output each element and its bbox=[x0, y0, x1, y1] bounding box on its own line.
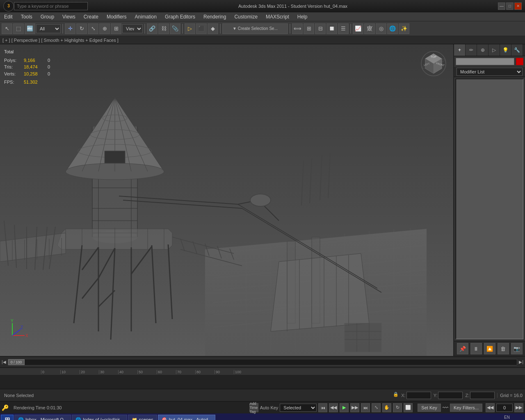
menu-maxscript[interactable]: MAXScript bbox=[262, 12, 293, 21]
select-place[interactable]: ⊕ bbox=[99, 23, 110, 34]
schematic-view[interactable]: 🕸 bbox=[364, 23, 375, 34]
goto-start-btn[interactable]: ⏮ bbox=[318, 403, 327, 412]
link-tool[interactable]: 🔗 bbox=[147, 23, 158, 34]
viewcube[interactable]: TOP FRONT LEFT bbox=[420, 50, 447, 77]
next-frame-btn[interactable]: ▶▶ bbox=[350, 403, 359, 412]
z-coord-input[interactable] bbox=[470, 392, 495, 399]
close-button[interactable]: ✕ bbox=[514, 2, 522, 10]
go-to-end[interactable]: ▶| bbox=[519, 360, 523, 364]
play-btn[interactable]: ▶ bbox=[340, 403, 349, 412]
prev-frame-btn[interactable]: ◀◀ bbox=[329, 403, 338, 412]
menu-views[interactable]: Views bbox=[58, 12, 80, 21]
menu-customize[interactable]: Customize bbox=[230, 12, 262, 21]
menu-tools[interactable]: Tools bbox=[17, 12, 37, 21]
key-filters-button[interactable]: Key Filters... bbox=[450, 404, 482, 412]
frame-range-label: 0 / 100 bbox=[11, 360, 22, 364]
taskbar-item-1[interactable]: 🌐 Index of /~cr/sd/sir... bbox=[72, 415, 127, 420]
unlink-tool[interactable]: ⛓ bbox=[158, 23, 169, 34]
modify-panel-tab[interactable]: ✏ bbox=[466, 44, 477, 56]
create-panel-tab[interactable]: + bbox=[454, 44, 466, 56]
pin-stack-button[interactable]: 📌 bbox=[457, 343, 468, 354]
ruler-mark-10: 10 bbox=[60, 370, 80, 374]
taskbar-item-0[interactable]: 🌐 Inbox - Microsoft O... bbox=[14, 415, 71, 420]
lock-anim-icon[interactable]: 🔑 bbox=[2, 404, 9, 411]
selection-set-dropdown[interactable]: ▼ Create Selection Se... bbox=[222, 23, 288, 34]
taskbar-ie-icon: 🌐 bbox=[18, 417, 24, 420]
anim-slider[interactable]: 0 / 100 bbox=[8, 359, 25, 365]
select-tool[interactable]: ↖ bbox=[2, 23, 12, 34]
y-coord-input[interactable] bbox=[438, 392, 463, 399]
auto-key-dropdown[interactable]: Selected bbox=[280, 404, 317, 412]
make-unique-button[interactable]: 🔼 bbox=[484, 343, 495, 354]
set-key-button[interactable]: Set Key bbox=[418, 404, 441, 412]
menu-modifiers[interactable]: Modifiers bbox=[103, 12, 131, 21]
frame-number-input[interactable]: 0 bbox=[496, 404, 513, 412]
display-panel-tab[interactable]: 💡 bbox=[500, 44, 511, 56]
menu-group[interactable]: Group bbox=[37, 12, 58, 21]
utilities-panel-tab[interactable]: 🔧 bbox=[511, 44, 523, 56]
animation-track[interactable]: 0 / 100 bbox=[8, 359, 518, 365]
taskbar-item-2[interactable]: 📁 scenes bbox=[128, 415, 157, 420]
menu-graph-editors[interactable]: Graph Editors bbox=[161, 12, 199, 21]
verts-label: Verts: bbox=[4, 71, 21, 78]
menu-edit[interactable]: Edit bbox=[0, 12, 17, 21]
zoom-btn[interactable]: ⤡ bbox=[372, 403, 381, 412]
select-region[interactable]: ⬚ bbox=[13, 23, 24, 34]
render-scene[interactable]: ▷ bbox=[185, 23, 195, 34]
lock-icon[interactable]: 🔒 bbox=[393, 392, 399, 399]
ruler-mark-100: 100 bbox=[234, 370, 253, 374]
goto-end-btn[interactable]: ⏭ bbox=[361, 403, 370, 412]
menu-create[interactable]: Create bbox=[80, 12, 103, 21]
menu-rendering[interactable]: Rendering bbox=[199, 12, 230, 21]
select-by-name[interactable]: 🔤 bbox=[25, 23, 35, 34]
select-move[interactable]: ✛ bbox=[65, 23, 75, 34]
menu-animation[interactable]: Animation bbox=[131, 12, 161, 21]
timeline-track[interactable] bbox=[0, 375, 525, 389]
render-env[interactable]: 🌐 bbox=[387, 23, 398, 34]
polys-label: Polys: bbox=[4, 57, 21, 64]
layer-tool[interactable]: ☰ bbox=[338, 23, 349, 34]
orbit-btn[interactable]: ↻ bbox=[393, 403, 402, 412]
bind-tool[interactable]: 📎 bbox=[170, 23, 180, 34]
start-button[interactable]: ⊞ bbox=[1, 415, 14, 420]
filter-dropdown[interactable]: All bbox=[36, 24, 61, 33]
quick-render[interactable]: ⬛ bbox=[196, 23, 207, 34]
prev-key-btn[interactable]: ◀◀ bbox=[486, 403, 495, 412]
x-coord-input[interactable] bbox=[406, 392, 431, 399]
hierarchy-panel-tab[interactable]: ⊕ bbox=[477, 44, 488, 56]
taskbar-inbox-label: Inbox - Microsoft O... bbox=[25, 417, 67, 420]
configure-button[interactable]: 📷 bbox=[511, 343, 523, 354]
maximize-button[interactable]: □ bbox=[506, 2, 514, 10]
color-red-swatch[interactable] bbox=[516, 58, 523, 65]
graph-editor[interactable]: 📈 bbox=[353, 23, 363, 34]
render-active[interactable]: ◆ bbox=[208, 23, 218, 34]
search-input[interactable] bbox=[14, 2, 88, 10]
maximize-viewport-btn[interactable]: ⬜ bbox=[404, 403, 413, 412]
remove-modifier-button[interactable]: 🗑 bbox=[498, 343, 509, 354]
snap-tool[interactable]: 🔲 bbox=[326, 23, 337, 34]
material-editor[interactable]: ◎ bbox=[376, 23, 386, 34]
minimize-button[interactable]: — bbox=[498, 2, 505, 10]
show-end-result-button[interactable]: ⏸ bbox=[470, 343, 482, 354]
go-to-start[interactable]: |◀ bbox=[2, 360, 6, 364]
pan-btn[interactable]: ✋ bbox=[382, 403, 391, 412]
color-swatch[interactable] bbox=[456, 58, 514, 65]
svg-text:TOP: TOP bbox=[431, 55, 437, 58]
time-tag-btn[interactable]: Add Time Tag bbox=[249, 403, 258, 412]
view-dropdown[interactable]: View bbox=[122, 24, 143, 33]
modifier-list-dropdown[interactable]: Modifier List bbox=[457, 68, 523, 76]
select-scale[interactable]: ⤡ bbox=[88, 23, 98, 34]
svg-rect-81 bbox=[345, 323, 381, 352]
align-tool[interactable]: ⊟ bbox=[315, 23, 326, 34]
taskbar-item-3[interactable]: 🎯 hut_04.max - Autod... bbox=[158, 415, 216, 420]
next-key-btn[interactable]: ▶▶ bbox=[514, 403, 523, 412]
x-coord-label: X: bbox=[401, 393, 405, 398]
select-rotate[interactable]: ↻ bbox=[76, 23, 87, 34]
ref-coord[interactable]: ⊞ bbox=[111, 23, 121, 34]
render-effects[interactable]: ✨ bbox=[399, 23, 409, 34]
motion-panel-tab[interactable]: ▷ bbox=[488, 44, 500, 56]
mirror-tool[interactable]: ⟺ bbox=[292, 23, 303, 34]
viewport[interactable]: Total Polys: 9,166 0 Tris: 18,474 0 Vert… bbox=[0, 44, 453, 356]
array-tool[interactable]: ⊞ bbox=[304, 23, 314, 34]
menu-help[interactable]: Help bbox=[293, 12, 312, 21]
